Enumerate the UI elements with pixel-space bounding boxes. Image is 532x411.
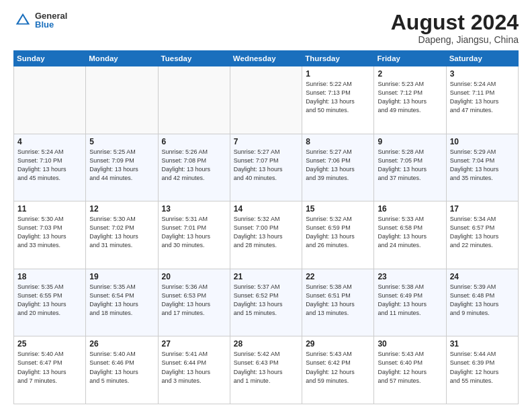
day-info: Sunrise: 5:23 AM Sunset: 7:12 PM Dayligh… (378, 80, 442, 115)
calendar-cell: 31Sunrise: 5:44 AM Sunset: 6:39 PM Dayli… (446, 336, 518, 404)
calendar-cell: 19Sunrise: 5:35 AM Sunset: 6:54 PM Dayli… (86, 269, 158, 336)
day-number: 19 (89, 272, 154, 281)
title-block: August 2024 Dapeng, Jiangsu, China (391, 11, 519, 45)
day-number: 2 (378, 69, 442, 79)
day-info: Sunrise: 5:38 AM Sunset: 6:51 PM Dayligh… (306, 283, 370, 318)
day-number: 18 (17, 272, 82, 281)
day-info: Sunrise: 5:25 AM Sunset: 7:09 PM Dayligh… (89, 148, 154, 183)
calendar-cell: 26Sunrise: 5:40 AM Sunset: 6:46 PM Dayli… (86, 336, 158, 404)
calendar-cell (230, 66, 302, 134)
day-info: Sunrise: 5:38 AM Sunset: 6:49 PM Dayligh… (378, 283, 442, 318)
day-number: 5 (89, 137, 154, 146)
day-number: 21 (234, 272, 298, 281)
day-info: Sunrise: 5:29 AM Sunset: 7:04 PM Dayligh… (450, 148, 515, 183)
day-number: 3 (450, 69, 515, 79)
day-number: 22 (306, 272, 370, 281)
day-info: Sunrise: 5:36 AM Sunset: 6:53 PM Dayligh… (162, 283, 226, 318)
calendar-header-wednesday: Wednesday (230, 51, 302, 66)
calendar-cell: 12Sunrise: 5:30 AM Sunset: 7:02 PM Dayli… (86, 201, 158, 269)
day-info: Sunrise: 5:27 AM Sunset: 7:07 PM Dayligh… (234, 148, 298, 183)
day-info: Sunrise: 5:34 AM Sunset: 6:57 PM Dayligh… (450, 215, 515, 250)
day-info: Sunrise: 5:22 AM Sunset: 7:13 PM Dayligh… (306, 80, 370, 115)
calendar-table: SundayMondayTuesdayWednesdayThursdayFrid… (13, 50, 519, 404)
day-info: Sunrise: 5:27 AM Sunset: 7:06 PM Dayligh… (306, 148, 370, 183)
day-number: 12 (89, 204, 154, 214)
calendar-cell: 23Sunrise: 5:38 AM Sunset: 6:49 PM Dayli… (374, 269, 446, 336)
calendar-week-row: 1Sunrise: 5:22 AM Sunset: 7:13 PM Daylig… (14, 66, 519, 134)
day-number: 17 (450, 204, 515, 214)
calendar-cell: 14Sunrise: 5:32 AM Sunset: 7:00 PM Dayli… (230, 201, 302, 269)
day-number: 26 (89, 339, 154, 349)
calendar-cell: 10Sunrise: 5:29 AM Sunset: 7:04 PM Dayli… (446, 134, 518, 201)
day-number: 10 (450, 137, 515, 146)
calendar-cell: 30Sunrise: 5:43 AM Sunset: 6:40 PM Dayli… (374, 336, 446, 404)
calendar-title: August 2024 (391, 11, 519, 34)
calendar-cell: 24Sunrise: 5:39 AM Sunset: 6:48 PM Dayli… (446, 269, 518, 336)
calendar-cell: 11Sunrise: 5:30 AM Sunset: 7:03 PM Dayli… (14, 201, 86, 269)
calendar-cell: 6Sunrise: 5:26 AM Sunset: 7:08 PM Daylig… (158, 134, 230, 201)
calendar-header-friday: Friday (374, 51, 446, 66)
day-info: Sunrise: 5:32 AM Sunset: 6:59 PM Dayligh… (306, 215, 370, 250)
logo-blue-text: Blue (35, 20, 67, 29)
logo: General Blue (13, 11, 67, 30)
calendar-header-thursday: Thursday (302, 51, 374, 66)
day-info: Sunrise: 5:31 AM Sunset: 7:01 PM Dayligh… (162, 215, 226, 250)
day-info: Sunrise: 5:28 AM Sunset: 7:05 PM Dayligh… (378, 148, 442, 183)
day-number: 30 (378, 339, 442, 349)
calendar-cell: 22Sunrise: 5:38 AM Sunset: 6:51 PM Dayli… (302, 269, 374, 336)
day-number: 6 (162, 137, 226, 146)
day-number: 1 (306, 69, 370, 79)
calendar-location: Dapeng, Jiangsu, China (391, 34, 519, 45)
calendar-cell: 28Sunrise: 5:42 AM Sunset: 6:43 PM Dayli… (230, 336, 302, 404)
page: General Blue August 2024 Dapeng, Jiangsu… (0, 0, 532, 411)
calendar-cell: 9Sunrise: 5:28 AM Sunset: 7:05 PM Daylig… (374, 134, 446, 201)
calendar-cell (158, 66, 230, 134)
calendar-cell: 1Sunrise: 5:22 AM Sunset: 7:13 PM Daylig… (302, 66, 374, 134)
day-number: 8 (306, 137, 370, 146)
day-info: Sunrise: 5:24 AM Sunset: 7:11 PM Dayligh… (450, 80, 515, 115)
day-number: 14 (234, 204, 298, 214)
calendar-cell: 5Sunrise: 5:25 AM Sunset: 7:09 PM Daylig… (86, 134, 158, 201)
calendar-header-saturday: Saturday (446, 51, 518, 66)
day-number: 20 (162, 272, 226, 281)
day-number: 27 (162, 339, 226, 349)
day-info: Sunrise: 5:43 AM Sunset: 6:42 PM Dayligh… (306, 350, 370, 385)
day-number: 16 (378, 204, 442, 214)
calendar-week-row: 18Sunrise: 5:35 AM Sunset: 6:55 PM Dayli… (14, 269, 519, 336)
calendar-header-monday: Monday (86, 51, 158, 66)
calendar-week-row: 4Sunrise: 5:24 AM Sunset: 7:10 PM Daylig… (14, 134, 519, 201)
calendar-cell: 27Sunrise: 5:41 AM Sunset: 6:44 PM Dayli… (158, 336, 230, 404)
day-info: Sunrise: 5:41 AM Sunset: 6:44 PM Dayligh… (162, 350, 226, 385)
calendar-cell: 17Sunrise: 5:34 AM Sunset: 6:57 PM Dayli… (446, 201, 518, 269)
calendar-header-tuesday: Tuesday (158, 51, 230, 66)
calendar-cell: 13Sunrise: 5:31 AM Sunset: 7:01 PM Dayli… (158, 201, 230, 269)
calendar-cell: 3Sunrise: 5:24 AM Sunset: 7:11 PM Daylig… (446, 66, 518, 134)
calendar-cell: 21Sunrise: 5:37 AM Sunset: 6:52 PM Dayli… (230, 269, 302, 336)
calendar-cell (14, 66, 86, 134)
day-number: 11 (17, 204, 82, 214)
day-number: 31 (450, 339, 515, 349)
day-number: 7 (234, 137, 298, 146)
calendar-cell: 25Sunrise: 5:40 AM Sunset: 6:47 PM Dayli… (14, 336, 86, 404)
logo-text: General Blue (35, 11, 67, 29)
day-info: Sunrise: 5:40 AM Sunset: 6:47 PM Dayligh… (17, 350, 82, 385)
day-info: Sunrise: 5:33 AM Sunset: 6:58 PM Dayligh… (378, 215, 442, 250)
day-number: 4 (17, 137, 82, 146)
day-number: 25 (17, 339, 82, 349)
calendar-cell (86, 66, 158, 134)
calendar-cell: 7Sunrise: 5:27 AM Sunset: 7:07 PM Daylig… (230, 134, 302, 201)
day-info: Sunrise: 5:44 AM Sunset: 6:39 PM Dayligh… (450, 350, 515, 385)
day-info: Sunrise: 5:37 AM Sunset: 6:52 PM Dayligh… (234, 283, 298, 318)
calendar-cell: 4Sunrise: 5:24 AM Sunset: 7:10 PM Daylig… (14, 134, 86, 201)
logo-icon (13, 11, 32, 30)
day-number: 29 (306, 339, 370, 349)
calendar-week-row: 25Sunrise: 5:40 AM Sunset: 6:47 PM Dayli… (14, 336, 519, 404)
day-number: 23 (378, 272, 442, 281)
header: General Blue August 2024 Dapeng, Jiangsu… (13, 11, 519, 45)
day-number: 13 (162, 204, 226, 214)
calendar-cell: 16Sunrise: 5:33 AM Sunset: 6:58 PM Dayli… (374, 201, 446, 269)
day-number: 28 (234, 339, 298, 349)
calendar-header-sunday: Sunday (14, 51, 86, 66)
calendar-week-row: 11Sunrise: 5:30 AM Sunset: 7:03 PM Dayli… (14, 201, 519, 269)
day-info: Sunrise: 5:40 AM Sunset: 6:46 PM Dayligh… (89, 350, 154, 385)
